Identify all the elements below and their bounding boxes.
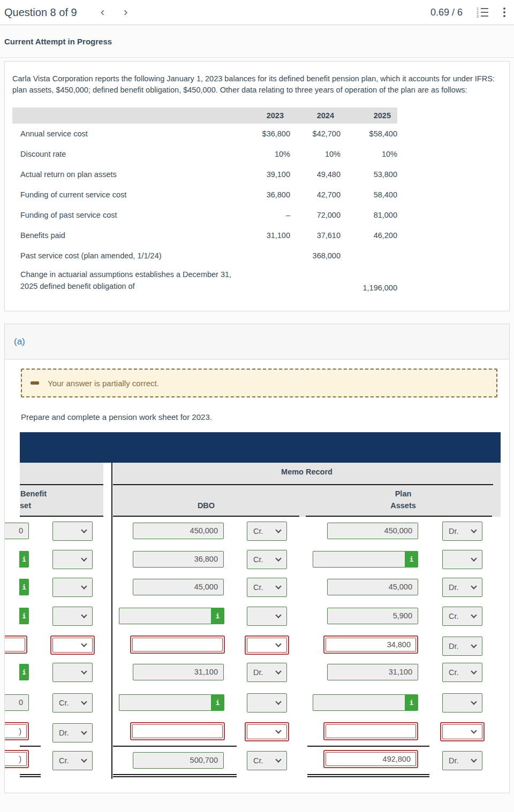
answer-card: (a) Your answer is partially correct. Pr… <box>4 324 510 793</box>
amount-input[interactable] <box>132 638 223 652</box>
dbo-direction-select-incorrect[interactable] <box>245 635 289 655</box>
chevron-down-icon <box>275 527 281 533</box>
dbo-amount-input-with-info[interactable]: i <box>119 694 224 711</box>
dbo-direction-select[interactable]: Cr. <box>247 578 287 597</box>
amount-input[interactable] <box>326 724 416 738</box>
journal-direction-select[interactable]: Cr. <box>52 751 93 770</box>
dbo-amount-input[interactable]: 45,000 <box>133 579 224 595</box>
section-a-header: (a) <box>5 324 509 359</box>
plan-assets-amount-input-with-info[interactable]: i <box>313 694 418 711</box>
amount-input[interactable] <box>313 551 405 568</box>
plan-assets-direction-select[interactable]: Dr. <box>442 751 482 770</box>
journal-amount-input-incorrect[interactable] <box>5 635 27 654</box>
dbo-direction-select-incorrect[interactable] <box>245 722 289 741</box>
journal-direction-select[interactable] <box>52 522 93 541</box>
dbo-direction-select[interactable]: Cr. <box>247 550 287 569</box>
plan-assets-header-line1: Plan <box>306 489 501 498</box>
plan-assets-direction-select[interactable]: Dr. <box>442 637 482 656</box>
journal-amount-input[interactable]: 0 <box>5 694 29 711</box>
cell-value: $58,400 <box>341 124 397 144</box>
plan-assets-direction-select[interactable] <box>442 693 482 713</box>
direction-select[interactable] <box>247 724 287 739</box>
asset-header-fragment: set <box>20 501 31 510</box>
journal-direction-select[interactable] <box>52 607 93 626</box>
direction-select[interactable] <box>52 638 93 653</box>
journal-total-input-incorrect[interactable]: ) <box>5 750 29 768</box>
plan-assets-direction-select[interactable]: Dr. <box>442 578 482 597</box>
kebab-menu-icon[interactable] <box>502 6 507 18</box>
plan-assets-direction-select[interactable]: Cr. <box>442 663 482 682</box>
dbo-amount-input[interactable]: 36,800 <box>133 551 224 568</box>
info-icon[interactable]: i <box>19 579 29 595</box>
info-icon[interactable]: i <box>211 608 224 624</box>
row-label: Funding of past service cost <box>12 205 245 225</box>
dbo-direction-select[interactable]: Dr. <box>247 663 287 682</box>
journal-direction-select[interactable] <box>52 663 93 682</box>
chevron-down-icon <box>81 583 87 589</box>
plan-assets-amount-input[interactable]: 31,100 <box>327 664 418 680</box>
journal-direction-select[interactable]: Cr. <box>52 693 93 713</box>
amount-input[interactable] <box>132 724 223 738</box>
left-column-underline <box>20 516 103 517</box>
dbo-direction-select[interactable] <box>247 693 287 713</box>
question-list-icon[interactable]: 1 2 3 <box>477 7 488 18</box>
info-icon[interactable]: i <box>19 664 29 680</box>
amount-input[interactable] <box>119 694 211 711</box>
info-icon[interactable]: i <box>211 694 224 711</box>
section-a-label[interactable]: (a) <box>14 336 25 347</box>
dbo-total-input[interactable]: 500,700 <box>133 752 224 769</box>
plan-assets-amount-input[interactable]: 45,000 <box>327 579 418 595</box>
dbo-direction-select[interactable] <box>247 607 287 626</box>
dbo-direction-select[interactable]: Cr. <box>247 522 287 541</box>
year-header: 2025 <box>341 108 397 124</box>
memo-record-header: Memo Record <box>113 468 501 476</box>
plan-assets-amount-input[interactable]: 450,000 <box>327 523 418 539</box>
row-label-line1: Change in actuarial assumptions establis… <box>20 269 245 280</box>
plan-assets-direction-select-incorrect[interactable] <box>440 722 485 741</box>
plan-assets-direction-select[interactable]: Dr. <box>442 522 482 541</box>
plan-assets-direction-select[interactable]: Cr. <box>442 607 482 626</box>
dbo-amount-input-incorrect[interactable] <box>130 635 225 654</box>
dbo-direction-select[interactable]: Cr. <box>247 751 287 770</box>
dbo-amount-input[interactable]: 31,100 <box>133 664 224 680</box>
amount-input[interactable]: ) <box>5 752 27 766</box>
journal-direction-select[interactable]: Dr. <box>52 723 93 742</box>
dbo-amount-input-incorrect[interactable] <box>130 722 225 740</box>
chevron-down-icon <box>275 555 281 561</box>
dbo-amount-input-with-info[interactable]: i <box>119 608 224 624</box>
info-icon[interactable]: i <box>405 551 418 568</box>
select-value: Dr. <box>59 729 69 737</box>
plan-assets-amount-input-incorrect[interactable] <box>323 722 418 740</box>
journal-amount-input-incorrect[interactable]: ) <box>5 722 29 740</box>
direction-select[interactable] <box>247 638 287 653</box>
amount-input[interactable] <box>313 694 405 711</box>
cell-value: 53,800 <box>341 164 397 185</box>
plan-assets-amount-input[interactable]: 5,900 <box>327 608 418 624</box>
plan-assets-amount-input-incorrect[interactable]: 34,800 <box>323 635 418 654</box>
plan-assets-total-input-incorrect[interactable]: 492,800 <box>323 750 418 768</box>
plan-assets-header-line2: Assets <box>306 501 501 510</box>
plan-assets-direction-select[interactable] <box>442 550 482 569</box>
info-icon[interactable]: i <box>19 608 29 624</box>
dbo-amount-input[interactable]: 450,000 <box>133 523 224 539</box>
previous-question-button[interactable]: ‹ <box>101 6 104 18</box>
amount-input[interactable]: 492,800 <box>326 752 416 766</box>
journal-direction-select-incorrect[interactable] <box>50 635 95 655</box>
next-question-button[interactable]: › <box>124 6 127 18</box>
amount-input[interactable] <box>119 608 211 624</box>
amount-input[interactable]: 34,800 <box>326 638 416 652</box>
plan-assets-amount-input-with-info[interactable]: i <box>313 551 418 568</box>
select-value: Dr. <box>449 642 459 650</box>
journal-amount-input[interactable]: 0 <box>5 523 29 539</box>
info-icon[interactable]: i <box>405 694 418 711</box>
info-icon[interactable]: i <box>19 551 29 568</box>
cell-value: 46,200 <box>341 225 397 246</box>
pension-worksheet[interactable]: Memo Record Benefit set DBO Plan Assets … <box>5 432 509 785</box>
amount-input[interactable] <box>5 638 25 652</box>
direction-select[interactable] <box>442 724 482 739</box>
amount-input[interactable]: ) <box>5 724 27 738</box>
chevron-down-icon <box>471 699 477 704</box>
cell-value: $42,700 <box>290 124 341 144</box>
journal-direction-select[interactable] <box>52 578 93 597</box>
journal-direction-select[interactable] <box>52 550 93 569</box>
